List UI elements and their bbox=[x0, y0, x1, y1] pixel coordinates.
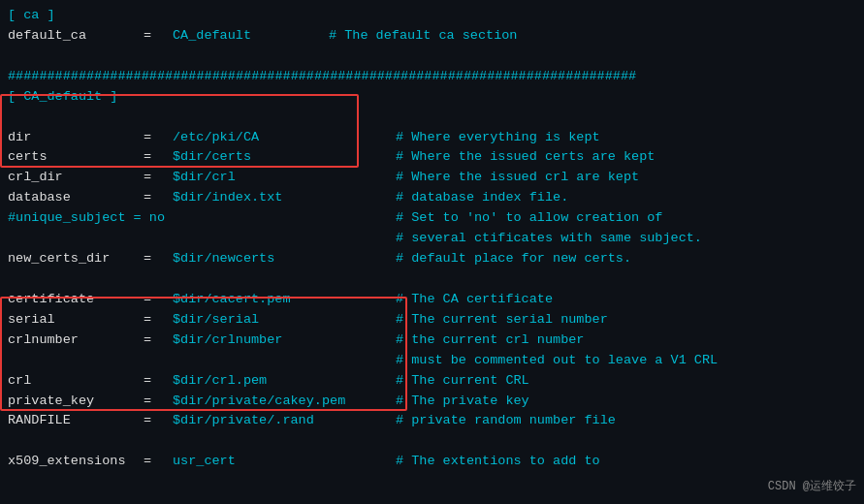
line-private-key: private_key = $dir/private/cakey.pem # T… bbox=[8, 392, 856, 412]
line-certs: certs = $dir/certs # Where the issued ce… bbox=[8, 147, 856, 168]
watermark: CSDN @运维饺子 bbox=[768, 478, 856, 496]
line-default-ca: default_ca = CA_default # The default ca… bbox=[8, 26, 856, 47]
line-new-certs-dir: new_certs_dir = $dir/newcerts # default … bbox=[8, 249, 856, 269]
line-certificate: certificate = $dir/cacert.pem # The CA c… bbox=[8, 290, 856, 310]
line-blank-3: # several ctificates with same subject. bbox=[8, 229, 856, 249]
section-ca: [ ca ] bbox=[8, 6, 55, 26]
line-blank-1 bbox=[8, 47, 856, 67]
line-1: [ ca ] bbox=[8, 6, 856, 26]
line-hash: ########################################… bbox=[8, 67, 856, 87]
line-blank-2 bbox=[8, 108, 856, 128]
line-database: database = $dir/index.txt # database ind… bbox=[8, 188, 856, 208]
line-serial: serial = $dir/serial # The current seria… bbox=[8, 310, 856, 331]
line-blank-5: # must be commented out to leave a V1 CR… bbox=[8, 351, 856, 371]
code-viewer: [ ca ] default_ca = CA_default # The def… bbox=[0, 0, 864, 504]
line-blank-4 bbox=[8, 269, 856, 290]
line-crl-dir: crl_dir = $dir/crl # Where the issued cr… bbox=[8, 168, 856, 188]
line-x509: x509_extensions = usr_cert # The extenti… bbox=[8, 452, 856, 472]
line-blank-6 bbox=[8, 431, 856, 452]
line-crl: crl = $dir/crl.pem # The current CRL bbox=[8, 371, 856, 392]
line-unique-subject: #unique_subject = no # Set to 'no' to al… bbox=[8, 208, 856, 229]
line-dir: dir = /etc/pki/CA # Where everything is … bbox=[8, 128, 856, 148]
line-ca-default-section: [ CA_default ] bbox=[8, 87, 856, 108]
line-randfile: RANDFILE = $dir/private/.rand # private … bbox=[8, 411, 856, 431]
line-crlnumber: crlnumber = $dir/crlnumber # the current… bbox=[8, 331, 856, 351]
